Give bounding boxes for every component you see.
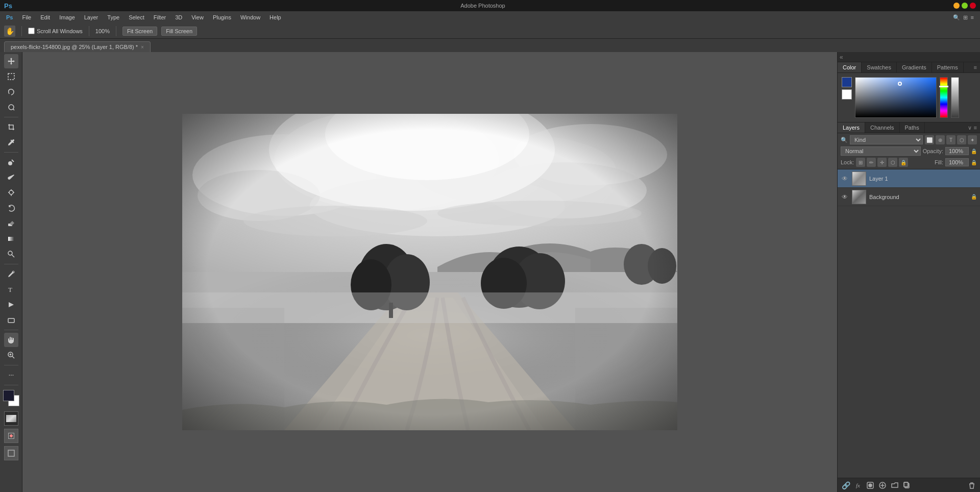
lock-position-icon[interactable]: ✛ — [877, 158, 887, 167]
lock-all-icon[interactable]: 🔒 — [899, 158, 908, 167]
menu-edit[interactable]: Edit — [36, 13, 54, 21]
search-icon[interactable]: 🔍 — [953, 14, 960, 21]
canvas-area[interactable] — [22, 52, 837, 492]
menu-type[interactable]: Type — [103, 13, 124, 21]
tab-paths[interactable]: Paths — [900, 122, 925, 133]
crop-tool[interactable] — [4, 120, 18, 134]
doc-tab-close[interactable]: × — [141, 44, 144, 50]
hand-tool-option[interactable]: ✋ — [4, 26, 15, 37]
new-layer-button[interactable] — [902, 480, 912, 490]
hue-handle[interactable] — [939, 86, 948, 87]
title-bar-controls[interactable] — [953, 3, 976, 9]
link-layers-button[interactable]: 🔗 — [841, 480, 851, 490]
workspace-icon[interactable]: ≡ — [971, 14, 974, 21]
filter-shape-icon[interactable]: ⬡ — [957, 135, 966, 144]
scroll-all-windows-checkbox[interactable] — [28, 28, 35, 34]
color-picker-handle[interactable] — [898, 82, 902, 86]
tab-color[interactable]: Color — [838, 62, 862, 72]
text-tool[interactable]: T — [4, 282, 18, 297]
layer-row-background[interactable]: 👁 Background 🔒 — [838, 188, 980, 206]
menu-select[interactable]: Select — [125, 13, 149, 21]
filter-adjustment-icon[interactable]: ⊕ — [936, 135, 945, 144]
color-picker-gradient[interactable] — [855, 77, 937, 118]
menu-file[interactable]: File — [18, 13, 35, 21]
tab-gradients[interactable]: Gradients — [897, 62, 932, 72]
menu-ps[interactable]: Ps — [2, 13, 17, 21]
background-color-mini-swatch[interactable] — [842, 89, 852, 100]
layer-visibility-1[interactable]: 👁 — [841, 175, 849, 183]
layer-row-1[interactable]: 👁 Layer 1 — [838, 169, 980, 188]
more-tools-button[interactable]: ··· — [4, 368, 18, 382]
foreground-color-mini-swatch[interactable] — [842, 77, 852, 87]
lasso-tool[interactable] — [4, 85, 18, 99]
gradient-tool[interactable] — [4, 232, 18, 246]
menu-window[interactable]: Window — [236, 13, 264, 21]
filter-smart-icon[interactable]: ✦ — [968, 135, 977, 144]
color-panel-menu-icon[interactable]: ≡ — [974, 64, 977, 70]
add-adjustment-button[interactable] — [877, 480, 888, 490]
tab-channels[interactable]: Channels — [865, 122, 899, 133]
alpha-strip[interactable] — [951, 77, 959, 118]
filter-type-icon[interactable]: T — [946, 135, 955, 144]
maximize-button[interactable] — [962, 3, 968, 9]
layer-effects-button[interactable]: fx — [853, 480, 863, 490]
move-tool[interactable] — [4, 54, 18, 68]
spot-healing-tool[interactable] — [4, 155, 18, 169]
eyedropper-tool[interactable] — [4, 135, 18, 150]
pen-tool[interactable] — [4, 267, 18, 281]
path-selection-tool[interactable] — [4, 298, 18, 312]
lock-transparent-icon[interactable]: ⊞ — [856, 158, 865, 167]
menu-layer[interactable]: Layer — [80, 13, 103, 21]
fit-screen-button[interactable]: Fit Screen — [122, 27, 157, 36]
history-brush-tool[interactable] — [4, 201, 18, 215]
dodge-tool[interactable] — [4, 247, 18, 261]
opacity-input[interactable] — [945, 147, 969, 155]
layers-panel-collapse-icon[interactable]: ∨ — [968, 125, 972, 131]
zoom-tool[interactable] — [4, 348, 18, 362]
hand-tool[interactable] — [4, 333, 18, 347]
color-swatch[interactable] — [3, 390, 19, 406]
clone-stamp-tool[interactable] — [4, 186, 18, 200]
arrange-icon[interactable]: ⊞ — [963, 14, 968, 21]
filter-pixel-icon[interactable]: ⬜ — [925, 135, 934, 144]
hue-strip[interactable] — [940, 77, 948, 118]
lock-pixels-icon[interactable]: ✏ — [867, 158, 876, 167]
lock-artboards-icon[interactable]: ⬡ — [888, 158, 897, 167]
eraser-tool[interactable] — [4, 216, 18, 231]
tab-swatches[interactable]: Swatches — [862, 62, 897, 72]
add-mask-button[interactable] — [865, 480, 875, 490]
shape-tool[interactable] — [4, 313, 18, 327]
foreground-color-swatch[interactable] — [3, 390, 14, 401]
menu-image[interactable]: Image — [55, 13, 79, 21]
minimize-button[interactable] — [953, 3, 960, 9]
panel-collapse-button[interactable]: « — [838, 52, 980, 62]
screen-mode-button[interactable] — [4, 446, 18, 460]
create-group-button[interactable] — [890, 480, 900, 490]
filter-kind-select[interactable]: Kind — [850, 135, 923, 144]
menu-help[interactable]: Help — [265, 13, 285, 21]
tab-patterns[interactable]: Patterns — [932, 62, 964, 72]
svg-point-3 — [8, 161, 12, 165]
close-button[interactable] — [970, 3, 976, 9]
quick-selection-tool[interactable] — [4, 100, 18, 114]
tab-layers[interactable]: Layers — [838, 122, 865, 133]
rectangular-marquee-tool[interactable] — [4, 69, 18, 84]
document-tab[interactable]: pexels-flickr-154800.jpg @ 25% (Layer 1,… — [4, 41, 151, 52]
menu-filter[interactable]: Filter — [150, 13, 170, 21]
blend-mode-select[interactable]: Normal — [841, 146, 921, 156]
brush-tool[interactable] — [4, 170, 18, 185]
blending-row: Normal Opacity: 🔒 — [841, 146, 977, 156]
fill-screen-button[interactable]: Fill Screen — [161, 27, 197, 36]
menu-plugins[interactable]: Plugins — [209, 13, 235, 21]
svg-rect-50 — [182, 114, 677, 430]
layers-panel-menu-icon[interactable]: ≡ — [974, 125, 977, 131]
layer-filter-icons: ⬜ ⊕ T ⬡ ✦ — [925, 135, 977, 144]
delete-layer-button[interactable] — [967, 480, 977, 490]
right-panel: « Color Swatches Gradients Patterns ≡ — [837, 52, 980, 492]
menu-view[interactable]: View — [187, 13, 208, 21]
quick-mask-button[interactable] — [4, 429, 18, 443]
layer-visibility-background[interactable]: 👁 — [841, 193, 849, 201]
menu-bar: Ps File Edit Image Layer Type Select Fil… — [0, 11, 980, 23]
menu-3d[interactable]: 3D — [171, 13, 186, 21]
fill-input[interactable] — [945, 158, 969, 166]
